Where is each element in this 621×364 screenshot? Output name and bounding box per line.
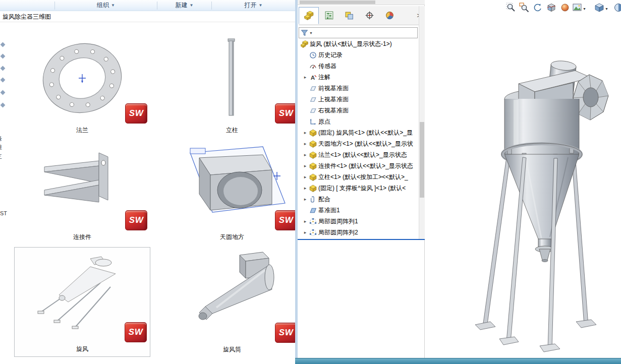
- solidworks-logo: SW: [125, 210, 147, 230]
- expand-arrow-icon[interactable]: ▸: [303, 163, 308, 168]
- part-icon: [309, 185, 317, 192]
- tree-item-sensors[interactable]: 传感器: [298, 60, 419, 72]
- tree-item-support-plate[interactable]: ▸ (固定) [ 支撑板^旋风 ]<1> (默认<: [298, 183, 419, 194]
- history-icon: [309, 51, 317, 59]
- toolbar-spacer: [0, 0, 54, 11]
- window-title: 旋风除尘器三维图: [0, 12, 295, 22]
- thumbnail-label: 旋风筒: [164, 345, 300, 354]
- thumbnail-label: 天圆地方: [164, 233, 300, 241]
- tree-item-front-plane[interactable]: 前视基准面: [298, 83, 419, 94]
- open-button[interactable]: 打开 ▼: [212, 0, 295, 11]
- explorer-content: 缘 维 三 ST SW 法兰: [0, 23, 295, 364]
- featuremanager-panel: > ▼ 旋风 (默认<默认_显示状态-1>) 历史记录 传感器 ▸ A 注解: [298, 0, 425, 358]
- featuremanager-tab[interactable]: [299, 7, 319, 24]
- tree-node-icon[interactable]: [1, 54, 6, 59]
- expand-arrow-icon[interactable]: ▸: [303, 230, 308, 235]
- tree-node-icon[interactable]: [1, 42, 6, 47]
- organize-button[interactable]: 组织 ▼: [55, 0, 157, 11]
- clipped-label: ST: [0, 210, 7, 216]
- expand-arrow-icon[interactable]: ▸: [303, 219, 308, 224]
- expand-arrow-icon[interactable]: ▸: [303, 174, 308, 179]
- tree-item-origin[interactable]: 原点: [298, 116, 419, 127]
- cyclone-preview: [15, 248, 151, 331]
- chevron-down-icon: ▼: [111, 3, 115, 8]
- tree-filter-box[interactable]: ▼: [299, 27, 418, 38]
- open-label: 打开: [245, 1, 257, 10]
- circular-pattern-icon: [309, 229, 317, 236]
- tree-node-icon[interactable]: [1, 78, 6, 83]
- circular-pattern-icon: [309, 218, 317, 225]
- tree-item-annotations[interactable]: ▸ A 注解: [298, 72, 419, 83]
- thumbnail-cyclone[interactable]: SW 旋风: [14, 247, 150, 357]
- thumbnail-label: 立柱: [164, 126, 300, 135]
- expand-arrow-icon[interactable]: ▸: [303, 186, 308, 191]
- manager-tab-bar: >: [299, 6, 424, 25]
- svg-text:A: A: [311, 74, 315, 80]
- solidworks-logo: SW: [125, 103, 147, 124]
- tree-item-square-to-round[interactable]: ▸ 天圆地方<1> (默认<<默认>_显示状: [298, 138, 419, 149]
- expand-arrow-icon[interactable]: ▸: [303, 75, 308, 80]
- expand-arrow-icon[interactable]: ▸: [303, 152, 308, 157]
- vertical-scrollbar[interactable]: [419, 6, 425, 239]
- tree-item-cyclone-barrel[interactable]: ▸ (固定) 旋风筒<1> (默认<<默认>_显: [298, 127, 419, 138]
- solidworks-logo: SW: [275, 103, 297, 124]
- color-wheel-icon: [385, 11, 394, 20]
- solidworks-logo: SW: [125, 322, 147, 342]
- status-bar: [295, 358, 621, 364]
- expand-arrow-icon[interactable]: ▸: [303, 197, 308, 202]
- expand-arrow-icon[interactable]: ▸: [303, 130, 308, 135]
- tree-item-pattern1[interactable]: ▸ 局部圆周阵列1: [298, 216, 419, 227]
- thumbnail-column[interactable]: SW 立柱: [164, 37, 300, 138]
- displaymanager-tab[interactable]: [379, 7, 400, 24]
- tree-item-root[interactable]: 旋风 (默认<默认_显示状态-1>): [298, 38, 419, 49]
- plane-icon: [309, 107, 317, 114]
- tree-item-plane1[interactable]: 基准面1: [298, 205, 419, 216]
- cyclone-assembly-model: [425, 0, 621, 358]
- clipped-label: 维: [0, 144, 5, 151]
- property-sliders-icon: [324, 11, 334, 20]
- tree-item-right-plane[interactable]: 右视基准面: [298, 105, 419, 116]
- origin-icon: [309, 118, 317, 126]
- chevron-down-icon: ▼: [259, 3, 263, 8]
- tree-node-icon[interactable]: [1, 103, 6, 108]
- configurationmanager-tab[interactable]: [339, 7, 359, 24]
- assembly-icon: [301, 40, 308, 48]
- thumbnail-label: 法兰: [14, 126, 150, 135]
- sensor-gauge-icon: [309, 63, 317, 70]
- tree-item-connector[interactable]: ▸ 连接件<1> (默认<<默认>_显示状态: [298, 160, 419, 171]
- expand-arrow-icon[interactable]: ▸: [303, 141, 308, 146]
- dimxpertmanager-tab[interactable]: [359, 7, 379, 24]
- filter-funnel-icon: [301, 29, 308, 37]
- thumbnail-cyclone-barrel[interactable]: SW 旋风筒: [164, 247, 300, 357]
- tree-item-top-plane[interactable]: 上视基准面: [298, 94, 419, 105]
- tree-item-flange[interactable]: ▸ 法兰<1> (默认<<默认>_显示状态: [298, 149, 419, 160]
- configurations-icon: [345, 11, 354, 20]
- new-button[interactable]: 新建 ▼: [157, 0, 211, 11]
- thumbnail-connector[interactable]: SW 连接件: [14, 144, 150, 245]
- tree-item-column[interactable]: ▸ 立柱<1> (默认<按加工><<默认>_: [298, 171, 419, 183]
- horizontal-scrollbar[interactable]: [298, 0, 425, 5]
- cyclone-barrel-preview: [164, 247, 300, 330]
- plane-icon: [309, 85, 317, 92]
- part-icon: [309, 129, 317, 137]
- tree-item-pattern2[interactable]: ▸ 局部圆周阵列2: [298, 227, 419, 238]
- part-icon: [309, 173, 317, 181]
- panel-splitter[interactable]: [298, 239, 425, 240]
- explorer-toolbar: 组织 ▼ 新建 ▼ 打开 ▼: [0, 0, 295, 11]
- propertymanager-tab[interactable]: [319, 7, 339, 24]
- thumbnail-label: 旋风: [15, 345, 150, 353]
- thumbnail-flange[interactable]: SW 法兰: [14, 37, 150, 138]
- tree-node-icon[interactable]: [1, 66, 6, 71]
- mates-paperclip-icon: [309, 196, 317, 203]
- part-icon: [309, 162, 317, 170]
- solidworks-logo: SW: [275, 210, 297, 230]
- chevron-down-icon: ▼: [309, 31, 313, 35]
- tree-item-mates[interactable]: ▸ 配合: [298, 194, 419, 205]
- tree-node-icon[interactable]: [1, 90, 6, 95]
- tree-item-history[interactable]: 历史记录: [298, 49, 419, 60]
- part-icon: [309, 151, 317, 159]
- thumbnail-label: 连接件: [14, 233, 150, 241]
- thumbnail-square-to-round[interactable]: SW 天圆地方: [164, 144, 300, 245]
- organize-label: 组织: [97, 1, 109, 10]
- viewport-canvas[interactable]: ▼ ▼: [425, 0, 621, 358]
